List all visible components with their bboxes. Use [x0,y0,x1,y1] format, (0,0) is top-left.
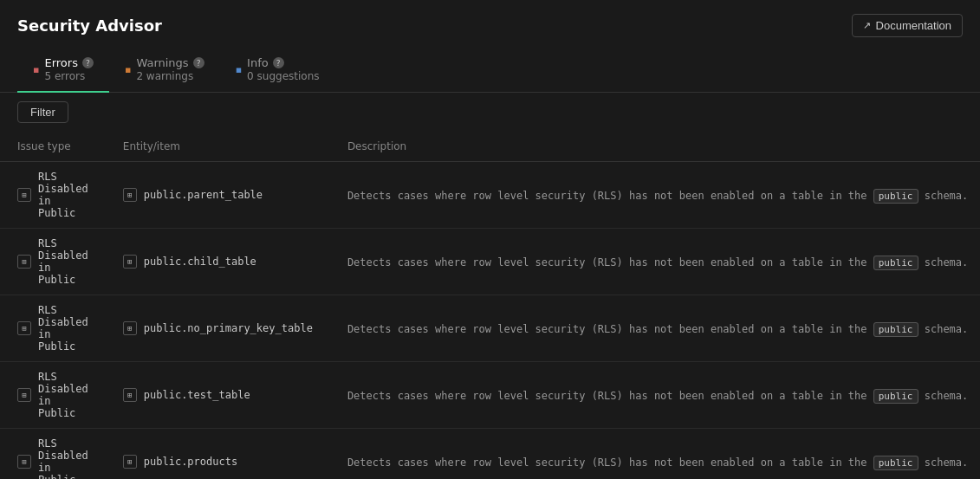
tab-warnings[interactable]: ▪ Warnings ? 2 warnings [109,48,220,93]
info-count: 0 suggestions [247,70,319,82]
entity-value: public.no_primary_key_table [144,322,313,334]
issue-type-value: RLS Disabled in Public [38,304,88,353]
issue-type-table-icon: ⊞ [17,321,31,335]
tab-errors[interactable]: ▪ Errors ? 5 errors [17,48,109,93]
tab-info[interactable]: ▪ Info ? 0 suggestions [220,48,335,93]
table-row: ⊞ RLS Disabled in Public ⊞ public.no_pri… [0,295,980,362]
issue-type-table-icon: ⊞ [17,388,31,402]
entity-cell: ⊞ public.parent_table [106,162,330,229]
entity-table-icon: ⊞ [123,455,137,469]
filter-button[interactable]: Filter [17,101,68,123]
external-link-icon: ↗ [863,20,871,31]
errors-icon: ▪ [33,64,39,75]
schema-badge: public [873,390,918,402]
schema-badge: public [873,190,918,202]
results-table: Issue type Entity/item Description ⊞ RLS… [0,132,980,479]
col-description: Description [330,132,980,162]
issue-type-table-icon: ⊞ [17,255,31,269]
toolbar: Filter [0,93,980,132]
description-text: Detects cases where row level security (… [347,456,968,469]
issue-type-table-icon: ⊞ [17,455,31,469]
info-icon: ▪ [236,64,242,75]
schema-badge: public [873,256,918,269]
warnings-count: 2 warnings [136,70,193,82]
issue-type-value: RLS Disabled in Public [38,237,88,286]
table-row: ⊞ RLS Disabled in Public ⊞ public.produc… [0,429,980,480]
entity-value: public.child_table [144,256,256,268]
schema-badge: public [873,456,918,469]
table-header-row: Issue type Entity/item Description [0,132,980,162]
description-text: Detects cases where row level security (… [347,190,968,202]
warnings-help-icon[interactable]: ? [193,57,204,68]
page-title: Security Advisor [17,16,162,35]
tab-bar: ▪ Errors ? 5 errors ▪ Warnings ? 2 warni… [0,48,980,93]
tab-errors-label: Errors [44,56,77,69]
entity-value: public.test_table [144,389,250,401]
errors-help-icon[interactable]: ? [82,57,94,68]
entity-value: public.products [144,456,237,468]
description-cell: Detects cases where row level security (… [330,229,980,295]
issue-type-cell: ⊞ RLS Disabled in Public [0,229,106,295]
col-issue-type: Issue type [0,132,106,162]
entity-table-icon: ⊞ [123,388,137,402]
issue-type-cell: ⊞ RLS Disabled in Public [0,162,106,229]
errors-count: 5 errors [44,70,85,82]
entity-cell: ⊞ public.child_table [106,229,330,295]
entity-cell: ⊞ public.no_primary_key_table [106,295,330,362]
description-text: Detects cases where row level security (… [347,390,968,402]
description-text: Detects cases where row level security (… [347,323,968,335]
issue-type-value: RLS Disabled in Public [38,437,88,479]
page-header: Security Advisor ↗ Documentation [0,0,980,48]
description-cell: Detects cases where row level security (… [330,362,980,429]
issue-type-cell: ⊞ RLS Disabled in Public [0,295,106,362]
warnings-icon: ▪ [125,64,131,75]
issue-type-value: RLS Disabled in Public [38,171,88,219]
schema-badge: public [873,323,918,335]
col-entity-item: Entity/item [106,132,330,162]
documentation-button[interactable]: ↗ Documentation [852,14,963,37]
issue-type-cell: ⊞ RLS Disabled in Public [0,362,106,429]
info-help-icon[interactable]: ? [273,57,284,68]
entity-value: public.parent_table [144,189,263,201]
description-text: Detects cases where row level security (… [347,256,968,269]
description-cell: Detects cases where row level security (… [330,429,980,480]
issue-type-table-icon: ⊞ [17,188,31,202]
tab-info-label: Info [247,56,269,69]
entity-cell: ⊞ public.products [106,429,330,480]
entity-table-icon: ⊞ [123,255,137,269]
description-cell: Detects cases where row level security (… [330,295,980,362]
table-row: ⊞ RLS Disabled in Public ⊞ public.child_… [0,229,980,295]
description-cell: Detects cases where row level security (… [330,162,980,229]
results-table-container: Issue type Entity/item Description ⊞ RLS… [0,132,980,479]
entity-table-icon: ⊞ [123,188,137,202]
tab-warnings-label: Warnings [136,56,188,69]
issue-type-value: RLS Disabled in Public [38,371,88,419]
table-row: ⊞ RLS Disabled in Public ⊞ public.test_t… [0,362,980,429]
entity-table-icon: ⊞ [123,321,137,335]
table-row: ⊞ RLS Disabled in Public ⊞ public.parent… [0,162,980,229]
entity-cell: ⊞ public.test_table [106,362,330,429]
issue-type-cell: ⊞ RLS Disabled in Public [0,429,106,480]
